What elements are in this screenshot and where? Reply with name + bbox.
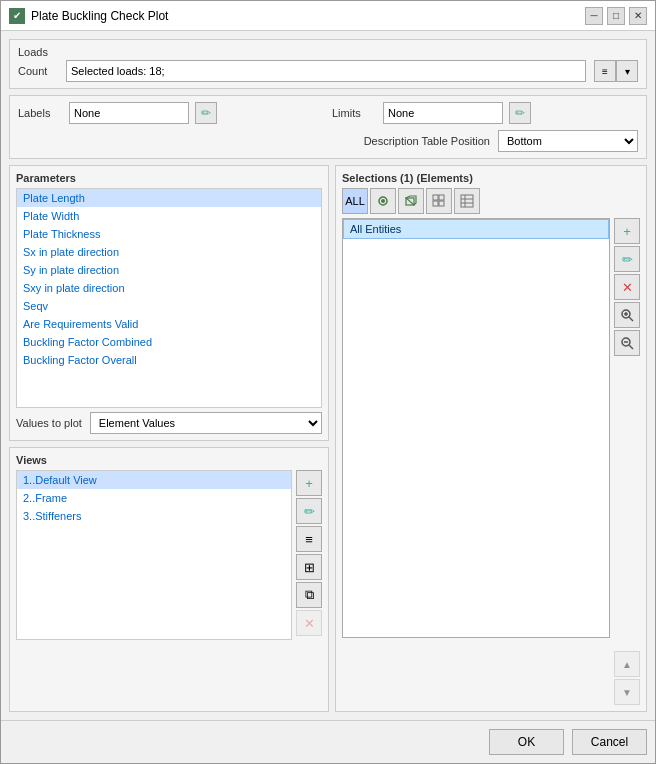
footer: OK Cancel [1,720,655,763]
window-icon: ✔ [9,8,25,24]
zoom-out-icon [620,336,634,350]
cancel-button[interactable]: Cancel [572,729,647,755]
sel-add-button[interactable]: + [614,218,640,244]
loads-dropdown-button[interactable]: ▾ [616,60,638,82]
right-panel: Selections (1) (Elements) ALL [335,165,647,712]
views-add-button[interactable]: + [296,470,322,496]
views-buttons: + ✏ ≡ ⊞ ⧉ ✕ [296,470,322,640]
maximize-button[interactable]: □ [607,7,625,25]
values-select[interactable]: Element Values Nodal Values Average Valu… [90,412,322,434]
values-row: Values to plot Element Values Nodal Valu… [16,412,322,434]
labels-input[interactable] [69,102,189,124]
table-select-icon [460,194,474,208]
view-item-0[interactable]: 1..Default View [17,471,291,489]
sel-grid-btn[interactable] [426,188,452,214]
loads-section-label: Loads [18,46,638,58]
svg-rect-6 [433,201,438,206]
selections-section: Selections (1) (Elements) ALL [335,165,647,712]
param-item-0[interactable]: Plate Length [17,189,321,207]
views-delete-button[interactable]: ✕ [296,610,322,636]
view-item-1[interactable]: 2..Frame [17,489,291,507]
views-list: 1..Default View 2..Frame 3..Stiffeners [16,470,292,640]
limits-label: Limits [332,107,377,119]
zoom-in-icon [620,308,634,322]
labels-label: Labels [18,107,63,119]
desc-pos-label: Description Table Position [364,135,490,147]
labels-pencil-icon: ✏ [201,106,211,120]
loads-section: Loads Count ≡ ▾ [9,39,647,89]
sel-all-btn[interactable]: ALL [342,188,368,214]
parameters-section: Parameters Plate Length Plate Width Plat… [9,165,329,441]
close-button[interactable]: ✕ [629,7,647,25]
param-item-4[interactable]: Sy in plate direction [17,261,321,279]
left-panel: Parameters Plate Length Plate Width Plat… [9,165,329,712]
param-item-3[interactable]: Sx in plate direction [17,243,321,261]
parameters-list: Plate Length Plate Width Plate Thickness… [16,188,322,408]
window-title: Plate Buckling Check Plot [31,9,168,23]
param-item-9[interactable]: Buckling Factor Overall [17,351,321,369]
param-item-7[interactable]: Are Requirements Valid [17,315,321,333]
sel-table-btn[interactable] [454,188,480,214]
loads-btn-group: ≡ ▾ [594,60,638,82]
minimize-button[interactable]: ─ [585,7,603,25]
3d-select-icon [404,194,418,208]
main-content: Loads Count ≡ ▾ Labels ✏ [1,31,655,720]
title-bar: ✔ Plate Buckling Check Plot ─ □ ✕ [1,1,655,31]
sel-3d-btn[interactable] [398,188,424,214]
grid-select-icon [432,194,446,208]
labels-limits-section: Labels ✏ Limits ✏ Description Table Posi… [9,95,647,159]
param-item-8[interactable]: Buckling Factor Combined [17,333,321,351]
limits-input[interactable] [383,102,503,124]
labels-area: Labels ✏ [18,102,324,124]
parameters-title: Parameters [16,172,322,184]
sel-down-button[interactable]: ▼ [614,679,640,705]
values-label: Values to plot [16,417,82,429]
title-bar-left: ✔ Plate Buckling Check Plot [9,8,168,24]
svg-line-17 [629,345,633,349]
views-title: Views [16,454,322,466]
desc-pos-select[interactable]: Bottom Top Left Right [498,130,638,152]
main-window: ✔ Plate Buckling Check Plot ─ □ ✕ Loads … [0,0,656,764]
title-bar-controls: ─ □ ✕ [585,7,647,25]
loads-row: Count ≡ ▾ [18,60,638,82]
svg-line-13 [629,317,633,321]
labels-edit-button[interactable]: ✏ [195,102,217,124]
selections-toolbar: ALL [342,188,640,214]
selections-container: All Entities + ✏ ✕ [342,218,640,705]
sel-edit-button[interactable]: ✏ [614,246,640,272]
view-item-2[interactable]: 3..Stiffeners [17,507,291,525]
svg-rect-7 [439,201,444,206]
param-item-2[interactable]: Plate Thickness [17,225,321,243]
svg-rect-5 [439,195,444,200]
param-item-1[interactable]: Plate Width [17,207,321,225]
loads-count-input[interactable] [66,60,586,82]
views-list-container: 1..Default View 2..Frame 3..Stiffeners +… [16,470,322,640]
sel-panel-buttons: + ✏ ✕ [614,218,640,705]
selections-title: Selections (1) (Elements) [342,172,640,184]
views-list-button[interactable]: ≡ [296,526,322,552]
param-item-6[interactable]: Seqv [17,297,321,315]
selections-list: All Entities [342,218,610,638]
count-label: Count [18,65,58,77]
limits-pencil-icon: ✏ [515,106,525,120]
svg-rect-8 [461,195,473,207]
param-item-5[interactable]: Sxy in plate direction [17,279,321,297]
sel-zoom-out-button[interactable] [614,330,640,356]
views-section: Views 1..Default View 2..Frame 3..Stiffe… [9,447,329,712]
point-select-icon [376,194,390,208]
sel-up-button[interactable]: ▲ [614,651,640,677]
sel-zoom-in-button[interactable] [614,302,640,328]
limits-area: Limits ✏ [332,102,638,124]
views-import-button[interactable]: ⊞ [296,554,322,580]
limits-edit-button[interactable]: ✏ [509,102,531,124]
sel-item-all-entities[interactable]: All Entities [343,219,609,239]
sel-delete-button[interactable]: ✕ [614,274,640,300]
svg-rect-4 [433,195,438,200]
main-panels: Parameters Plate Length Plate Width Plat… [9,165,647,712]
loads-list-button[interactable]: ≡ [594,60,616,82]
sel-point-btn[interactable] [370,188,396,214]
views-copy-button[interactable]: ⧉ [296,582,322,608]
ok-button[interactable]: OK [489,729,564,755]
svg-point-1 [381,199,385,203]
views-edit-button[interactable]: ✏ [296,498,322,524]
